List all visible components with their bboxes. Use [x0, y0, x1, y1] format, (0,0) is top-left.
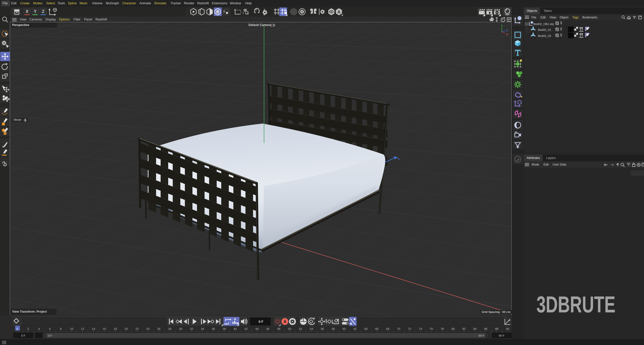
svg-text:4: 4: [38, 327, 40, 330]
svg-text:42: 42: [244, 327, 248, 330]
svg-text:90 F: 90 F: [479, 334, 484, 337]
svg-text:14: 14: [92, 327, 95, 330]
svg-text:88: 88: [495, 327, 498, 330]
svg-text:52: 52: [299, 327, 302, 330]
svg-text:16: 16: [103, 327, 106, 330]
svg-text:12: 12: [81, 327, 84, 330]
svg-text:28: 28: [168, 327, 171, 330]
svg-text:20: 20: [125, 327, 128, 330]
svg-text:32: 32: [190, 327, 193, 330]
svg-text:78: 78: [441, 327, 444, 330]
svg-text:62: 62: [353, 327, 357, 330]
svg-text:34: 34: [201, 327, 204, 330]
svg-text:Z: Z: [506, 29, 508, 32]
svg-text:46: 46: [266, 327, 269, 330]
svg-text:6: 6: [49, 327, 51, 330]
svg-text:18: 18: [114, 327, 117, 330]
svg-text:36: 36: [212, 327, 215, 330]
svg-text:40: 40: [234, 327, 237, 330]
svg-text:90 F: 90 F: [499, 334, 504, 337]
svg-text:80: 80: [452, 327, 455, 330]
svg-text:A: A: [337, 10, 340, 14]
svg-text:22: 22: [135, 327, 139, 330]
svg-text:Y: Y: [501, 24, 503, 27]
svg-text:44: 44: [255, 327, 259, 330]
svg-text:2: 2: [27, 327, 29, 330]
svg-text:54: 54: [310, 327, 313, 330]
svg-text:24: 24: [146, 327, 150, 330]
svg-text:8: 8: [60, 327, 61, 330]
svg-text:A: A: [283, 319, 286, 324]
svg-text:0: 0: [16, 327, 18, 330]
svg-text:38: 38: [223, 327, 226, 330]
svg-text:70: 70: [397, 327, 400, 330]
svg-text:0 F: 0 F: [21, 334, 26, 337]
svg-text:74: 74: [419, 327, 422, 330]
svg-text:26: 26: [157, 327, 161, 330]
svg-text:48: 48: [277, 327, 280, 330]
svg-text:10: 10: [70, 327, 73, 330]
svg-text:0 F: 0 F: [48, 334, 52, 337]
svg-text:3DBRUTE: 3DBRUTE: [536, 292, 615, 317]
svg-text:56: 56: [321, 327, 324, 330]
svg-text:82: 82: [462, 327, 466, 330]
svg-text:30: 30: [179, 327, 182, 330]
svg-text:66: 66: [375, 327, 379, 330]
svg-text:60: 60: [342, 327, 346, 330]
svg-text:X: X: [506, 33, 508, 36]
svg-text:0 F: 0 F: [259, 320, 263, 324]
svg-text:58: 58: [332, 327, 335, 330]
svg-text:90: 90: [506, 327, 509, 330]
svg-text:84: 84: [473, 327, 477, 330]
svg-text:50: 50: [288, 327, 291, 330]
svg-text:68: 68: [386, 327, 389, 330]
svg-text:76: 76: [430, 327, 433, 330]
svg-text:86: 86: [484, 327, 487, 330]
svg-text:64: 64: [364, 327, 368, 330]
svg-text:72: 72: [408, 327, 411, 330]
